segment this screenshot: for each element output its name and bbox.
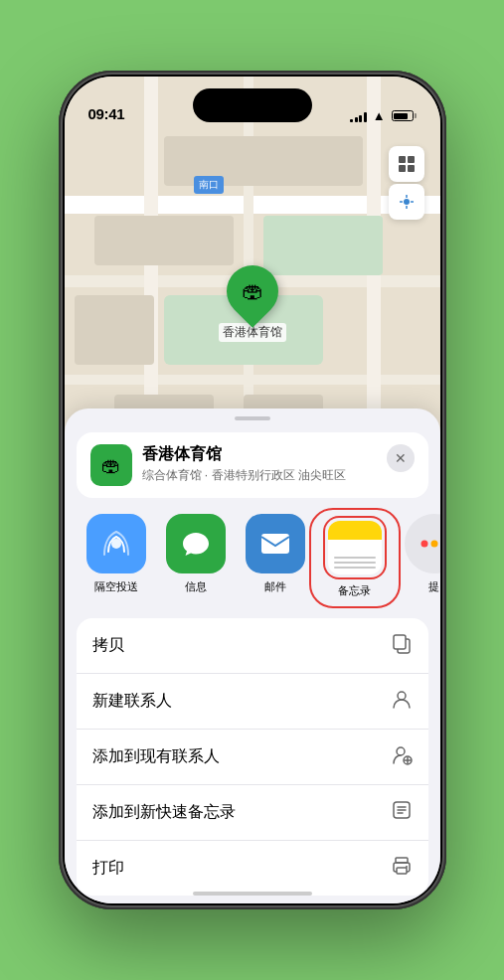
share-item-mail[interactable]: 邮件 [236,514,315,602]
mail-icon [246,514,305,573]
svg-point-16 [398,692,406,700]
action-add-quick-note[interactable]: 添加到新快速备忘录 [77,785,428,841]
phone-frame: 09:41 ▲ [59,71,446,909]
quick-note-icon [391,799,413,826]
bottom-sheet: 🏟 香港体育馆 综合体育馆 · 香港特别行政区 油尖旺区 ✕ [65,408,440,903]
map-label-south: 南口 [194,176,224,194]
signal-bar-1 [350,119,353,122]
action-copy[interactable]: 拷贝 [77,618,428,674]
notes-icon-inner [328,521,382,574]
svg-point-4 [404,199,410,205]
messages-icon [166,514,226,573]
more-label: 提 [428,579,439,594]
svg-rect-1 [408,156,415,163]
action-new-contact-label: 新建联系人 [92,691,172,712]
signal-bar-3 [359,115,362,122]
action-add-existing-contact[interactable]: 添加到现有联系人 [77,730,428,785]
add-existing-contact-icon [391,743,413,770]
svg-rect-0 [399,156,406,163]
sheet-handle [235,416,270,420]
share-row: 隔空投送 信息 [65,498,440,610]
pin-circle: 🏟 [216,254,289,328]
status-time: 09:41 [88,105,125,122]
venue-info: 香港体育馆 综合体育馆 · 香港特别行政区 油尖旺区 [142,444,377,484]
svg-rect-15 [394,635,406,649]
notes-app-icon [325,518,385,577]
svg-point-11 [420,541,427,548]
close-button[interactable]: ✕ [387,444,415,472]
action-copy-label: 拷贝 [92,635,124,656]
map-block5 [75,295,154,365]
pin-inner-icon: 🏟 [242,278,263,304]
notes-line-1 [334,557,376,559]
stadium-pin[interactable]: 🏟 香港体育馆 [219,265,286,342]
action-print[interactable]: 打印 [77,841,428,896]
signal-bars-icon [350,110,367,122]
notes-line-2 [334,562,376,564]
venue-card: 🏟 香港体育馆 综合体育馆 · 香港特别行政区 油尖旺区 ✕ [77,432,428,498]
actions-list: 拷贝 新建联系人 [77,618,428,896]
more-icon [405,514,440,573]
svg-rect-2 [399,165,406,172]
map-controls [389,146,424,220]
copy-icon [391,632,413,659]
venue-subtitle: 综合体育馆 · 香港特别行政区 油尖旺区 [142,467,377,484]
airdrop-label: 隔空投送 [94,579,138,594]
notes-label: 备忘录 [338,583,371,598]
notes-line-3 [334,567,376,569]
location-button[interactable] [389,184,424,220]
phone-screen: 09:41 ▲ [65,77,440,903]
venue-icon: 🏟 [90,444,132,486]
venue-name: 香港体育馆 [142,444,377,465]
mail-label: 邮件 [264,579,286,594]
svg-point-17 [397,747,405,755]
messages-label: 信息 [185,579,207,594]
svg-rect-27 [397,868,407,874]
home-indicator [193,892,312,896]
battery-body [392,110,414,121]
dynamic-island [193,88,312,122]
share-item-notes[interactable]: 备忘录 [315,514,395,602]
share-item-airdrop[interactable]: 隔空投送 [77,514,156,602]
airdrop-icon [86,514,146,573]
map-block2 [94,216,234,265]
svg-point-28 [406,866,408,868]
wifi-icon: ▲ [373,109,386,122]
battery-icon [392,110,417,121]
action-add-quick-note-label: 添加到新快速备忘录 [92,802,236,823]
battery-fill [394,113,408,119]
svg-point-12 [430,541,437,548]
action-add-existing-label: 添加到现有联系人 [92,746,220,767]
action-print-label: 打印 [92,858,124,879]
battery-tip [415,113,417,118]
print-icon [391,855,413,882]
svg-rect-3 [408,165,415,172]
new-contact-icon [391,688,413,715]
signal-bar-4 [364,112,367,122]
share-item-messages[interactable]: 信息 [156,514,236,602]
share-item-more[interactable]: 提 [395,514,440,602]
map-type-button[interactable] [389,146,424,182]
status-icons: ▲ [350,109,416,122]
signal-bar-2 [355,117,358,122]
action-new-contact[interactable]: 新建联系人 [77,674,428,730]
svg-rect-10 [261,534,289,554]
